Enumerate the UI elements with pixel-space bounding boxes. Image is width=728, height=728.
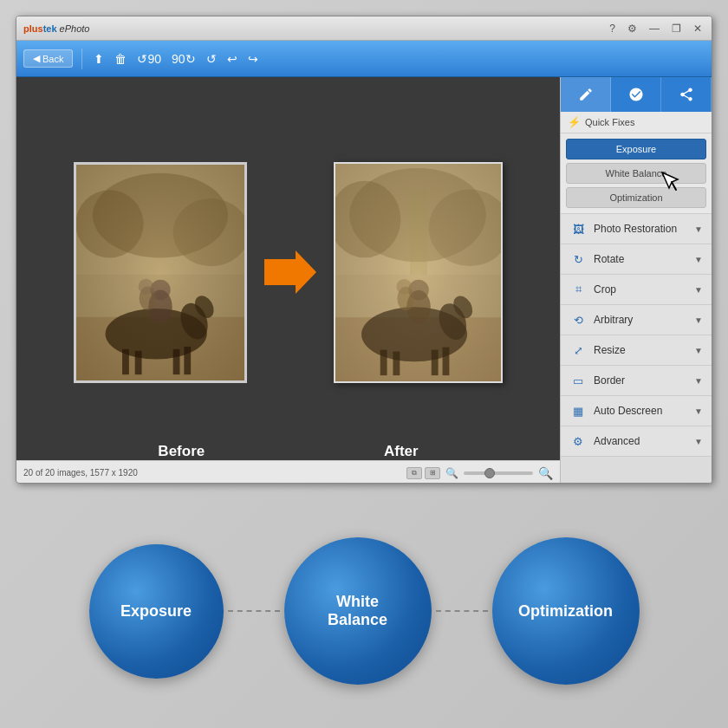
advanced-label: Advanced (594, 435, 687, 447)
white-balance-button[interactable]: White Balance (566, 163, 706, 184)
resize-arrow: ▼ (694, 346, 703, 355)
tab-share[interactable] (661, 77, 712, 112)
redo-button[interactable]: ↪ (245, 49, 261, 68)
title-bar-left: plustek ePhoto (23, 23, 89, 34)
tool-photo-restoration[interactable]: 🖼 Photo Restoration ▼ (561, 214, 712, 244)
main-layout: Before After 20 of 20 images, 1577 x 192… (16, 77, 712, 484)
after-photo-svg (335, 164, 501, 381)
tool-resize[interactable]: ⤢ Resize ▼ (561, 335, 712, 366)
rotate-arrow: ▼ (694, 255, 703, 264)
panel-tabs (561, 77, 712, 112)
advanced-arrow: ▼ (694, 437, 703, 446)
toolbar-separator (81, 49, 82, 69)
settings-button[interactable]: ⚙ (625, 23, 640, 35)
optimization-button[interactable]: Optimization (566, 187, 706, 208)
exposure-button[interactable]: Exposure (566, 139, 706, 159)
circle-item-white-balance: White Balance (284, 537, 432, 685)
refresh-button[interactable]: ↺ (204, 49, 219, 68)
canvas-area: Before After 20 of 20 images, 1577 x 192… (16, 77, 560, 484)
border-label: Border (594, 374, 687, 387)
tool-advanced[interactable]: ⚙ Advanced ▼ (561, 426, 712, 457)
app-window: plustek ePhoto ? ⚙ — ❐ ✕ ◀ Back ⬆ 🗑 ↺90 … (16, 16, 712, 484)
before-photo-svg (76, 165, 244, 380)
status-text: 20 of 20 images, 1577 x 1920 (23, 468, 138, 478)
circle-white-balance-text: White Balance (328, 593, 387, 629)
crop-label: Crop (594, 283, 687, 296)
arbitrary-label: Arbitrary (594, 314, 687, 326)
back-arrow-icon: ◀ (33, 53, 40, 64)
border-arrow: ▼ (694, 376, 703, 386)
auto-descreen-icon: ▦ (569, 402, 587, 419)
crop-arrow: ▼ (694, 285, 703, 295)
circle-exposure: Exposure (89, 544, 224, 679)
after-label: After (384, 443, 419, 460)
split-view-button[interactable]: ⧉ (406, 467, 422, 479)
status-bar: 20 of 20 images, 1577 x 1920 ⧉ ⊞ 🔍 🔍 (16, 460, 560, 484)
tool-auto-descreen[interactable]: ▦ Auto Descreen ▼ (561, 396, 712, 426)
rotate-icon: ↻ (569, 250, 587, 268)
circle-optimization: Optimization (492, 537, 640, 685)
dotted-line-2 (436, 610, 488, 612)
grid-view-button[interactable]: ⊞ (425, 467, 440, 479)
photo-restoration-icon: 🖼 (569, 220, 587, 237)
resize-label: Resize (594, 344, 687, 356)
svg-rect-36 (335, 164, 501, 381)
dotted-line-1 (228, 610, 280, 612)
minimize-button[interactable]: — (647, 23, 662, 35)
delete-button[interactable]: 🗑 (112, 49, 129, 68)
advanced-icon: ⚙ (569, 432, 587, 450)
auto-descreen-label: Auto Descreen (594, 405, 687, 417)
rotate-label: Rotate (594, 253, 687, 265)
after-photo (334, 162, 503, 383)
resize-icon: ⤢ (569, 341, 587, 359)
before-photo (74, 162, 247, 383)
help-button[interactable]: ? (607, 23, 618, 35)
rotate-left-button[interactable]: ↺90 (134, 49, 164, 68)
photo-restoration-label: Photo Restoration (594, 223, 687, 235)
rotate-right-button[interactable]: 90↻ (169, 49, 198, 68)
status-bar-right: ⧉ ⊞ 🔍 🔍 (406, 466, 553, 480)
zoom-thumb (484, 468, 495, 478)
arbitrary-icon: ⟲ (569, 311, 587, 328)
right-panel: ⚡ Quick Fixes Exposure White Balance Opt… (560, 77, 712, 484)
circle-item-optimization: Optimization (492, 537, 640, 685)
border-icon: ▭ (569, 372, 587, 389)
circle-item-exposure: Exposure (89, 544, 224, 679)
photo-restoration-arrow: ▼ (694, 224, 703, 234)
back-button[interactable]: ◀ Back (23, 49, 73, 68)
app-logo: plustek ePhoto (23, 23, 89, 34)
tool-arbitrary[interactable]: ⟲ Arbitrary ▼ (561, 305, 712, 335)
bottom-circles-section: Exposure White Balance Optimization (0, 537, 728, 685)
tab-enhance[interactable] (611, 77, 661, 112)
zoom-out-icon[interactable]: 🔍 (445, 467, 458, 479)
title-bar: plustek ePhoto ? ⚙ — ❐ ✕ (16, 16, 712, 41)
panel-tools: 🖼 Photo Restoration ▼ ↻ Rotate ▼ ⌗ Crop … (561, 214, 712, 484)
circle-white-balance: White Balance (284, 537, 432, 685)
zoom-slider[interactable] (464, 471, 533, 475)
tab-edit[interactable] (561, 77, 611, 112)
close-button[interactable]: ✕ (691, 23, 705, 35)
tool-crop[interactable]: ⌗ Crop ▼ (561, 275, 712, 305)
toolbar: ◀ Back ⬆ 🗑 ↺90 90↻ ↺ ↩ ↪ (16, 41, 712, 77)
undo-button[interactable]: ↩ (224, 49, 240, 68)
before-label: Before (158, 443, 205, 460)
canvas-labels: Before After (16, 443, 560, 460)
quick-fixes-group: Exposure White Balance Optimization (561, 133, 712, 214)
compare-arrow (264, 250, 316, 294)
zoom-in-icon[interactable]: 🔍 (538, 466, 553, 480)
arbitrary-arrow: ▼ (694, 315, 703, 325)
quick-fixes-label: Quick Fixes (585, 117, 634, 127)
restore-button[interactable]: ❐ (669, 23, 684, 35)
upload-button[interactable]: ⬆ (91, 49, 107, 68)
tool-border[interactable]: ▭ Border ▼ (561, 366, 712, 396)
title-bar-controls: ? ⚙ — ❐ ✕ (607, 23, 705, 35)
quick-fixes-icon: ⚡ (568, 116, 581, 128)
view-icons: ⧉ ⊞ (406, 467, 440, 479)
after-photo-image (335, 164, 501, 381)
tool-rotate[interactable]: ↻ Rotate ▼ (561, 244, 712, 275)
before-photo-image (76, 165, 244, 380)
crop-icon: ⌗ (569, 281, 587, 298)
auto-descreen-arrow: ▼ (694, 406, 703, 416)
svg-rect-17 (76, 165, 244, 380)
quick-fixes-header: ⚡ Quick Fixes (561, 112, 712, 133)
